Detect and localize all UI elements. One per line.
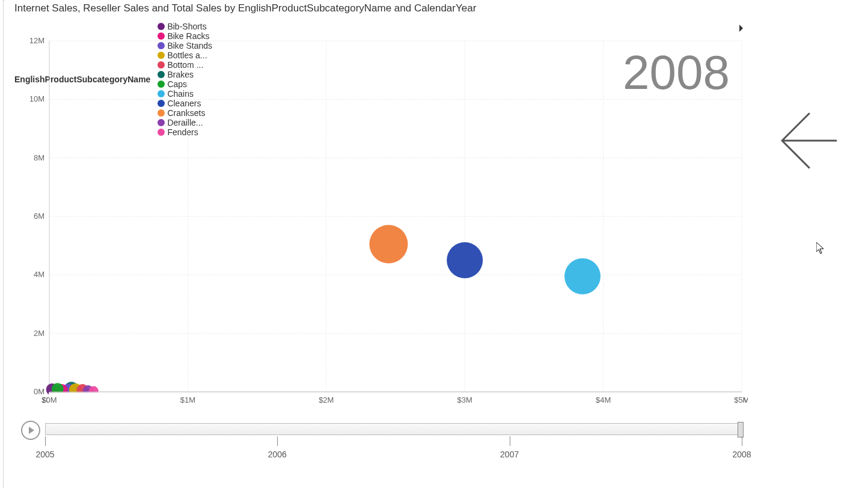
- y-tick-label: 6M: [34, 212, 44, 221]
- legend-item[interactable]: Bib-Shorts: [157, 22, 212, 31]
- timeline-tick: [277, 436, 278, 446]
- timeline-ticks: 2005200620072008: [45, 436, 742, 460]
- timeline-year-label: 2006: [268, 450, 287, 459]
- annotation-arrow-icon: [779, 111, 839, 171]
- timeline-year-label: 2007: [500, 450, 519, 459]
- timeline-year-label: 2008: [732, 450, 751, 459]
- mouse-cursor-icon: [816, 242, 826, 254]
- legend-scroll-right-icon[interactable]: [738, 24, 744, 32]
- svg-text:$5M: $5M: [734, 395, 748, 404]
- timeline-tick: [45, 436, 46, 446]
- selection-marquee-left: [3, 0, 4, 488]
- svg-rect-13: [49, 392, 742, 416]
- svg-text:$0M: $0M: [41, 395, 57, 404]
- legend-color-dot: [157, 23, 165, 30]
- timeline: 2005200620072008: [21, 417, 748, 465]
- svg-text:$2M: $2M: [319, 395, 334, 404]
- year-watermark: 2008: [623, 46, 730, 99]
- bubble[interactable]: [369, 225, 408, 263]
- timeline-handle[interactable]: [738, 422, 744, 438]
- svg-text:$3M: $3M: [457, 395, 472, 404]
- y-tick-label: 12M: [30, 36, 44, 45]
- play-button[interactable]: [21, 421, 40, 440]
- play-icon: [29, 427, 34, 434]
- y-tick-label: 0M: [34, 387, 44, 396]
- timeline-tick: [742, 436, 742, 446]
- y-tick-label: 2M: [34, 329, 44, 338]
- timeline-tick: [510, 436, 510, 446]
- y-tick-label: 8M: [34, 153, 44, 162]
- timeline-year-label: 2005: [35, 450, 54, 459]
- y-tick-label: 4M: [34, 270, 44, 279]
- plot-area: 0M2M4M6M8M10M12M$0M$1M$2M$3M$4M$5MIntern…: [30, 36, 748, 419]
- y-tick-label: 10M: [30, 94, 44, 103]
- bubble[interactable]: [447, 242, 483, 278]
- svg-text:$1M: $1M: [180, 395, 195, 404]
- bubble[interactable]: [564, 258, 601, 294]
- chart-title: Internet Sales, Reseller Sales and Total…: [14, 2, 476, 14]
- timeline-track[interactable]: [45, 423, 742, 435]
- svg-text:$4M: $4M: [596, 395, 611, 404]
- legend-item-label: Bib-Shorts: [167, 22, 206, 31]
